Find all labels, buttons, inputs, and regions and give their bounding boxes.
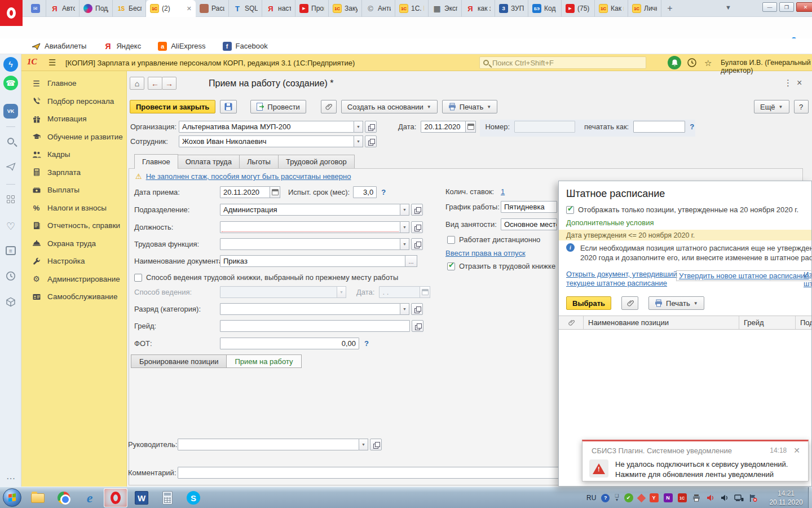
manager-open-icon[interactable]	[370, 439, 382, 450]
home-button[interactable]: ⌂	[130, 77, 144, 90]
doc-more-dots-icon[interactable]: ⋮	[784, 78, 792, 88]
sidebar-item-samoobsluzhivanie[interactable]: Самообслуживание	[21, 288, 126, 306]
sidebar-item-otchetnost[interactable]: Отчетность, справки	[21, 217, 126, 235]
browser-tab[interactable]: ▶(75) Г	[562, 0, 595, 17]
alert-speaker-icon[interactable]	[706, 494, 715, 502]
post-button[interactable]: Провести	[250, 100, 306, 113]
browser-tab[interactable]: ©Анти	[362, 0, 395, 17]
notification-close-icon[interactable]: ✕	[793, 446, 800, 455]
onenote-icon[interactable]: N	[664, 493, 673, 502]
date-input[interactable]: 20.11.2020	[421, 121, 466, 133]
date-calendar-icon[interactable]	[465, 121, 476, 133]
show-desktop-button[interactable]	[808, 487, 812, 508]
notifications-bell-button[interactable]	[668, 56, 681, 69]
tab-oplata-truda[interactable]: Оплата труда	[178, 155, 240, 169]
employee-open-icon[interactable]	[365, 135, 377, 147]
feed-icon[interactable]: ≡	[6, 246, 16, 255]
employee-input[interactable]: Жохов Иван Николаевич	[179, 135, 354, 147]
browser-tab[interactable]: TSQL |	[229, 0, 262, 17]
doc-close-icon[interactable]: ×	[797, 78, 802, 88]
opera-menu-button[interactable]	[0, 0, 23, 26]
minimize-button[interactable]: —	[762, 2, 777, 12]
language-indicator[interactable]: RU	[586, 494, 596, 502]
org-input[interactable]: Альтернатива Марина МУП-200	[179, 121, 354, 133]
number-input[interactable]	[514, 121, 575, 133]
mode-tab-hire[interactable]: Прием на работу	[226, 354, 301, 368]
probation-help-icon[interactable]: ?	[381, 188, 386, 196]
browser-tab[interactable]: Подд	[80, 0, 113, 17]
schedule-input[interactable]: Пятидневка	[501, 201, 557, 213]
nav-back-button[interactable]: ←	[148, 77, 162, 90]
main-menu-icon[interactable]: ☰	[48, 58, 56, 68]
department-input[interactable]: Администрация	[220, 204, 400, 216]
workbook-method-checkbox[interactable]	[134, 274, 142, 282]
sidebar-item-vyplaty[interactable]: Выплаты	[21, 181, 126, 199]
create-on-basis-button[interactable]: Создать на основании▼	[341, 100, 438, 113]
more-button[interactable]: Ещё▼	[754, 100, 789, 113]
doc-name-more-button[interactable]: ...	[405, 255, 417, 267]
browser-tab[interactable]: Янастр	[262, 0, 295, 17]
more-icon[interactable]: ⋯	[6, 473, 15, 484]
sidebar-item-zarplata[interactable]: Зарплата	[21, 164, 126, 182]
rates-link[interactable]: 1	[501, 187, 505, 196]
fot-help-icon[interactable]: ?	[364, 339, 369, 348]
taskbar-clock[interactable]: 14:21 20.11.2020	[765, 489, 807, 507]
bookmark-yandex[interactable]: ЯЯндекс	[103, 42, 141, 51]
employment-input[interactable]: Основное место р	[501, 218, 557, 230]
sbis-notification[interactable]: СБИС3 Плагин. Системное уведомление 14:1…	[582, 440, 809, 481]
help-button[interactable]: ?	[794, 100, 809, 113]
browser-tab[interactable]: 1СЛичн	[628, 0, 661, 17]
org-dropdown-icon[interactable]: ▼	[354, 121, 363, 133]
taskbar-internet-explorer[interactable]: e	[78, 488, 102, 507]
save-button[interactable]	[220, 100, 237, 113]
department-dropdown-icon[interactable]: ▼	[400, 204, 409, 216]
sidebar-item-nastroika[interactable]: Настройка	[21, 252, 126, 270]
send-icon[interactable]	[6, 163, 16, 171]
close-window-button[interactable]: ✕	[796, 2, 812, 12]
apps-icon[interactable]	[7, 195, 15, 203]
browser-tab-active[interactable]: 1С(2)✕	[146, 0, 196, 17]
1c-tray-icon[interactable]: 1С	[678, 493, 687, 502]
position-open-icon[interactable]	[411, 221, 423, 233]
help-icon[interactable]: ?	[601, 494, 610, 502]
category-input[interactable]	[220, 303, 400, 315]
sidebar-item-nalogi[interactable]: %Налоги и взносы	[21, 199, 126, 217]
print-as-input[interactable]	[633, 121, 685, 133]
hire-date-input[interactable]: 20.11.2020	[220, 186, 270, 198]
messenger-icon[interactable]: ϟ	[3, 57, 18, 72]
check-icon[interactable]: ✔	[624, 493, 633, 502]
vk-icon[interactable]: VK	[3, 104, 18, 119]
global-search-input[interactable]: Поиск Ctrl+Shift+F	[479, 56, 646, 69]
manager-input[interactable]	[178, 439, 359, 450]
org-open-icon[interactable]	[365, 121, 377, 133]
post-and-close-button[interactable]: Провести и закрыть	[130, 100, 215, 113]
speaker-icon[interactable]	[720, 494, 729, 502]
bookmark-facebook[interactable]: fFacebook	[223, 42, 268, 51]
box-icon[interactable]	[6, 297, 16, 307]
position-column-header[interactable]: Наименование позиции	[584, 316, 739, 329]
tray-expand-icon[interactable]: ❏▾	[615, 494, 619, 502]
vacation-rights-link[interactable]: Ввести права на отпуск	[445, 249, 526, 257]
close-tab-icon[interactable]: ✕	[187, 5, 192, 12]
dialog-attachments-button[interactable]	[621, 296, 638, 310]
staffing-filter-checkbox[interactable]	[566, 206, 574, 214]
tab-lgoty[interactable]: Льготы	[240, 155, 279, 169]
start-button[interactable]	[3, 488, 21, 507]
probation-input[interactable]: 3,0	[353, 186, 377, 198]
browser-tab[interactable]: 1SБеспл	[113, 0, 146, 17]
nav-forward-button[interactable]: →	[162, 77, 176, 90]
browser-tab[interactable]: Расш	[196, 0, 229, 17]
category-open-icon[interactable]	[411, 303, 423, 315]
yandex-tray-icon[interactable]: Y	[650, 493, 659, 502]
method-date-input[interactable]: . .	[379, 286, 420, 298]
approve-new-staffing-link[interactable]: Утвердить новое штатное расписание	[676, 270, 812, 281]
open-approving-doc-link[interactable]: Открыть документ, утвердивший текущее шт…	[566, 270, 677, 287]
department-open-icon[interactable]	[411, 204, 423, 216]
sidebar-item-motivacia[interactable]: Мотивация	[21, 110, 126, 128]
attachment-column-header[interactable]	[559, 316, 584, 329]
browser-tab[interactable]: ЯАвтор	[46, 0, 80, 17]
favorites-star-icon[interactable]: ☆	[704, 58, 712, 68]
attachments-button[interactable]	[321, 100, 337, 113]
position-dropdown-icon[interactable]: ▼	[400, 221, 409, 233]
diamond-icon[interactable]	[637, 493, 646, 502]
